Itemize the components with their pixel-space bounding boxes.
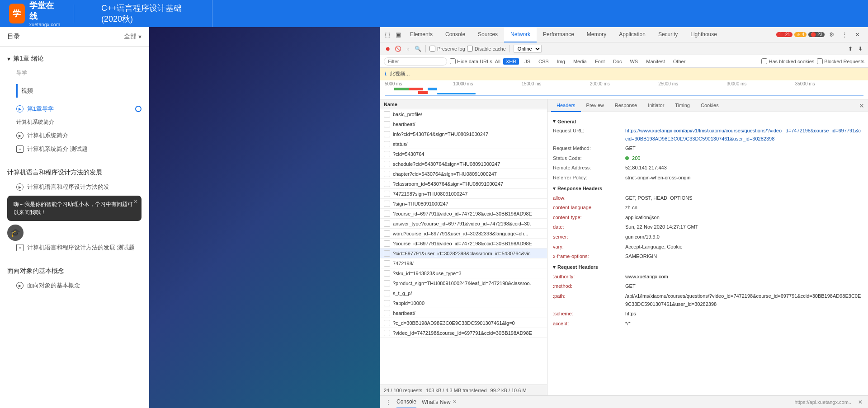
request-item-5[interactable]: schedule?cid=5430764&sign=THU08091000247 [380, 159, 547, 169]
tab-security[interactable]: Security [652, 27, 684, 42]
filter-all-btn[interactable]: All [495, 59, 500, 64]
request-item-14[interactable]: ?cid=697791&user_id=30282398&classroom_i… [380, 249, 547, 258]
chapter-oop-title[interactable]: 面向对象的基本概念 [7, 263, 142, 279]
has-blocked-cb[interactable]: Has blocked cookies [761, 58, 814, 64]
sidebar-item-computer-intro-video[interactable]: ▶ 计算机系统简介 [7, 129, 142, 142]
sidebar-item-oop-video[interactable]: ▶ 面向对象的基本概念 [7, 279, 142, 292]
req-checkbox-16[interactable] [384, 270, 390, 277]
request-item-17[interactable]: ?product_sign=THU08091000247&leaf_id=747… [380, 278, 547, 288]
whats-new-tab[interactable]: What's New ✕ [422, 396, 457, 408]
response-headers-section[interactable]: ▾ Response Headers [553, 183, 863, 193]
request-item-21[interactable]: ?c_d=30BB198AD98E3C0E9C33DC5901307461&lg… [380, 318, 547, 328]
request-item-2[interactable]: info?cid=5430764&sign=THU08091000247 [380, 129, 547, 139]
export-icon[interactable]: ⬇ [856, 45, 864, 53]
req-checkbox-15[interactable] [384, 260, 390, 267]
general-section-header[interactable]: ▾ General [553, 116, 863, 126]
req-checkbox-22[interactable] [384, 330, 390, 336]
request-item-9[interactable]: ?sign=THU08091000247 [380, 199, 547, 209]
search-icon-btn[interactable]: 🔍 [414, 45, 422, 53]
whats-new-close-icon[interactable]: ✕ [453, 399, 457, 405]
detail-tab-timing[interactable]: Timing [670, 99, 695, 112]
req-checkbox-12[interactable] [384, 230, 390, 237]
req-checkbox-19[interactable] [384, 300, 390, 306]
req-checkbox-7[interactable] [384, 181, 390, 187]
filter-tag-doc[interactable]: Doc [610, 58, 625, 65]
req-checkbox-8[interactable] [384, 191, 390, 197]
blocked-requests-cb[interactable]: Blocked Requests [817, 58, 864, 64]
req-checkbox-5[interactable] [384, 161, 390, 167]
filter-input[interactable] [384, 57, 447, 66]
req-checkbox-14[interactable] [384, 250, 390, 257]
preserve-log-input[interactable] [429, 46, 435, 52]
request-item-13[interactable]: ?course_id=697791&video_id=7472198&ccid=… [380, 239, 547, 249]
sidebar-filter[interactable]: 全部 ▾ [124, 33, 142, 41]
more-icon[interactable]: ⋮ [839, 29, 850, 40]
tab-console[interactable]: Console [439, 27, 472, 42]
import-icon[interactable]: ⬆ [846, 45, 854, 53]
filter-tag-media[interactable]: Media [571, 58, 590, 65]
request-item-20[interactable]: heartbeat/ [380, 308, 547, 318]
request-item-0[interactable]: basic_profile/ [380, 109, 547, 119]
tab-memory[interactable]: Memory [580, 27, 613, 42]
detail-tab-headers[interactable]: Headers [551, 99, 581, 112]
tab-performance[interactable]: Performance [537, 27, 580, 42]
sidebar-item-lang-video1[interactable]: ▶ 计算机语言和程序设计方法的发 [7, 180, 142, 194]
request-headers-section[interactable]: ▾ Request Headers [553, 262, 863, 272]
chapter-1-title[interactable]: ▾ 第1章 绪论 [7, 51, 142, 66]
req-checkbox-10[interactable] [384, 211, 390, 217]
disable-cache-input[interactable] [467, 46, 473, 52]
req-checkbox-6[interactable] [384, 171, 390, 177]
filter-tag-css[interactable]: CSS [536, 58, 552, 65]
filter-tag-ws[interactable]: WS [627, 58, 641, 65]
filter-tag-xhr[interactable]: XHR [503, 58, 519, 65]
tab-network[interactable]: Network [504, 27, 537, 42]
filter-tag-img[interactable]: Img [554, 58, 568, 65]
hide-data-urls-cb[interactable]: Hide data URLs [450, 58, 492, 64]
console-close-icon[interactable]: ✕ [858, 399, 863, 405]
tab-sources[interactable]: Sources [472, 27, 504, 42]
record-button[interactable]: ⏺ [384, 45, 392, 53]
tab-elements[interactable]: Elements [404, 27, 439, 42]
has-blocked-input[interactable] [761, 58, 767, 64]
req-checkbox-18[interactable] [384, 290, 390, 296]
sidebar-item-chapter1-video[interactable]: ▶ 第1章导学 [7, 102, 142, 116]
request-item-1[interactable]: heartbeat/ [380, 119, 547, 129]
request-item-12[interactable]: word?course_id=697791&user_id=30282398&l… [380, 229, 547, 239]
tab-application[interactable]: Application [613, 27, 652, 42]
req-checkbox-0[interactable] [384, 111, 390, 117]
request-item-11[interactable]: answer_type?course_id=697791&video_id=74… [380, 219, 547, 229]
req-checkbox-1[interactable] [384, 121, 390, 127]
filter-tag-manifest[interactable]: Manifest [643, 58, 668, 65]
filter-tag-js[interactable]: JS [522, 58, 533, 65]
request-item-22[interactable]: ?video_id=7472198&course_id=697791&ccid=… [380, 328, 547, 338]
detail-close-btn[interactable]: ✕ [859, 102, 864, 109]
req-checkbox-4[interactable] [384, 151, 390, 157]
filter-tag-other[interactable]: Other [670, 58, 689, 65]
req-checkbox-3[interactable] [384, 141, 390, 147]
request-item-7[interactable]: ?classroom_id=5430764&sign=THU0809100024… [380, 179, 547, 189]
sidebar-item-lang-test[interactable]: ≡ 计算机语言和程序设计方法的发展 测试题 [7, 241, 142, 254]
tab-lighthouse[interactable]: Lighthouse [684, 27, 723, 42]
request-item-6[interactable]: chapter?cid=5430764&sign=THU08091000247 [380, 169, 547, 179]
sidebar-item-computer-intro-test[interactable]: ≡ 计算机系统简介 测试题 [7, 142, 142, 156]
request-item-19[interactable]: ?appid=10000 [380, 298, 547, 308]
request-item-16[interactable]: ?sku_id=1943823&use_type=3 [380, 268, 547, 278]
request-item-3[interactable]: status/ [380, 139, 547, 149]
device-icon[interactable]: ▣ [393, 29, 404, 40]
preserve-log-checkbox[interactable]: Preserve log [429, 46, 465, 52]
request-item-10[interactable]: ?course_id=697791&video_id=7472198&ccid=… [380, 209, 547, 219]
req-checkbox-9[interactable] [384, 201, 390, 207]
throttle-select[interactable]: Online [514, 45, 542, 53]
req-checkbox-20[interactable] [384, 310, 390, 316]
detail-tab-response[interactable]: Response [609, 99, 643, 112]
hide-data-urls-input[interactable] [450, 58, 456, 64]
req-checkbox-13[interactable] [384, 240, 390, 247]
console-tab[interactable]: Console [396, 396, 416, 408]
chat-close-btn[interactable]: ✕ [133, 197, 138, 206]
detail-tab-cookies[interactable]: Cookies [695, 99, 724, 112]
disable-cache-checkbox[interactable]: Disable cache [467, 46, 506, 52]
clear-button[interactable]: 🚫 [394, 45, 402, 53]
chapter-lang-title[interactable]: 计算机语言和程序设计方法的发展 [7, 165, 142, 180]
detail-tab-preview[interactable]: Preview [581, 99, 609, 112]
req-checkbox-2[interactable] [384, 131, 390, 137]
